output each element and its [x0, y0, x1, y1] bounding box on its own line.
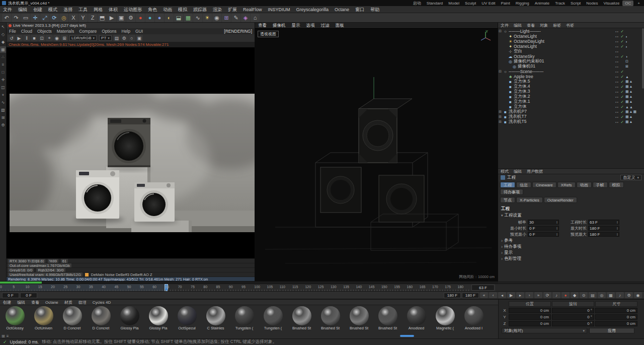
object-row[interactable]: ⊟ ○ --------Scene-------- •• ✓	[498, 69, 644, 74]
layout-tab[interactable]: Animate	[532, 1, 552, 6]
section-header[interactable]: 工程设置	[498, 213, 644, 219]
material-preview-sphere[interactable]	[63, 306, 82, 325]
sound-button[interactable]: ♪	[552, 292, 560, 298]
visibility-dots[interactable]: ••	[615, 120, 619, 124]
tag-icons[interactable]: ▦▲▦	[625, 110, 642, 114]
menu-item[interactable]: 渲染	[210, 6, 225, 13]
object-row[interactable]: ☀ OctaneDayLight •• ✓ ◗	[498, 39, 644, 44]
rectangle-select-icon[interactable]: ▭	[21, 14, 30, 22]
tag-icons[interactable]: ▦▲	[625, 95, 642, 99]
edges-mode-icon[interactable]: ≡	[0, 61, 6, 68]
spline-icon[interactable]: ∿	[193, 14, 202, 22]
visibility-dots[interactable]: ••	[615, 105, 619, 109]
scene-nodes-icon[interactable]: ⌂	[251, 14, 260, 22]
size-field[interactable]: 0 cm	[595, 321, 637, 326]
visibility-dots[interactable]: ••	[615, 95, 619, 99]
object-row[interactable]: ✦ OctaneLight •• ✓ ◗	[498, 34, 644, 39]
tag-icons[interactable]: ◗	[625, 40, 642, 43]
numeric-field[interactable]: 180 F	[588, 226, 619, 231]
position-field[interactable]: 0 cm	[509, 308, 551, 313]
cube-primitive-icon[interactable]: ▦	[184, 14, 193, 22]
attribute-tab[interactable]: 动画	[577, 182, 592, 188]
menu-item[interactable]: INSYDIUM	[265, 6, 293, 13]
rendered-image[interactable]	[7, 47, 255, 258]
frame-tick[interactable]: 150	[381, 285, 394, 291]
points-mode-icon[interactable]: ∴	[0, 54, 6, 60]
stepper-icon[interactable]	[556, 221, 557, 224]
live-viewer-menu-item[interactable]: Options	[99, 29, 119, 34]
autokey-button[interactable]: ⊙	[580, 292, 588, 298]
enable-check-icon[interactable]: ✓	[620, 29, 624, 34]
render-preview-icon[interactable]: ◉	[634, 292, 642, 298]
octane-material-icon[interactable]: ●	[145, 14, 154, 22]
visibility-dots[interactable]: ••	[615, 55, 619, 58]
frame-tick[interactable]: 25	[63, 285, 76, 291]
modes-settings-icon[interactable]: ⚙	[0, 122, 6, 128]
environment-icon[interactable]: ◐	[165, 14, 174, 22]
frame-tick[interactable]: 145	[369, 285, 381, 291]
material-preview-sphere[interactable]	[206, 306, 225, 325]
standard-material-icon[interactable]: ●	[155, 14, 164, 22]
layout-tab[interactable]: Paint	[498, 1, 512, 6]
frame-tick[interactable]: 20	[51, 285, 63, 291]
attribute-tab[interactable]: XRefs	[557, 182, 576, 188]
enable-check-icon[interactable]: ✓	[620, 44, 624, 49]
menu-item[interactable]: 动画	[160, 6, 175, 13]
visibility-dots[interactable]: ••	[615, 30, 619, 33]
animation-settings-icon[interactable]: ⚙	[625, 292, 633, 298]
resume-render-icon[interactable]: ▶	[16, 35, 23, 41]
make-editable-icon[interactable]: ◇	[0, 31, 6, 38]
attribute-tab[interactable]: 待办事项	[500, 189, 523, 195]
tag-icons[interactable]: ⊠	[625, 64, 642, 68]
timeline-scrub-area[interactable]: 0510152025303540455055606570758085909510…	[0, 284, 470, 291]
visibility-dots[interactable]: ••	[615, 40, 619, 43]
frame-tick[interactable]: 130	[331, 285, 343, 291]
material-item[interactable]: OctSpecul	[173, 306, 201, 330]
viewport-menu-item[interactable]: 选项	[303, 23, 318, 29]
visibility-dots[interactable]: ••	[615, 65, 619, 68]
frame-tick[interactable]: 40	[102, 285, 114, 291]
frame-tick[interactable]: 50	[127, 285, 140, 291]
tag-icons[interactable]: ▲▲	[625, 105, 642, 109]
material-preview-sphere[interactable]	[292, 306, 311, 325]
visibility-dots[interactable]: ••	[615, 45, 619, 48]
rotation-field[interactable]: 0 °	[552, 308, 594, 313]
tag-icons[interactable]: ▦▲	[625, 115, 642, 119]
numeric-field[interactable]: 0 F	[528, 232, 559, 237]
material-item[interactable]: OctGlossy	[1, 306, 29, 330]
object-manager-scrollbar[interactable]	[642, 28, 644, 89]
range-start-field[interactable]: 0 F	[2, 293, 19, 298]
attribute-tab[interactable]: OctaneRender	[544, 197, 577, 203]
object-manager-menu-item[interactable]: 查看	[524, 23, 537, 28]
material-picker-icon[interactable]: ◉	[53, 35, 60, 41]
menu-item[interactable]: 角色	[145, 6, 160, 13]
menu-item[interactable]: 模拟	[175, 6, 190, 13]
section-header[interactable]: 显示	[498, 250, 644, 256]
viewport-menu-item[interactable]: 摄像机	[270, 23, 289, 29]
range-end-field[interactable]: 180 F	[444, 293, 461, 298]
horizontal-scrollbar[interactable]	[400, 335, 414, 337]
material-preview-sphere[interactable]	[149, 306, 168, 325]
render-passes-icon[interactable]: ▤	[113, 35, 120, 41]
denoiser-icon[interactable]: ○	[128, 35, 135, 41]
material-preview-sphere[interactable]	[120, 306, 139, 325]
axis-mode-icon[interactable]: ✛	[0, 77, 6, 83]
visibility-dots[interactable]: ••	[615, 35, 619, 38]
menu-item[interactable]: 网格	[91, 6, 106, 13]
next-frame-button[interactable]: ▸	[516, 292, 524, 298]
tag-icons[interactable]: ▦▲	[625, 90, 642, 94]
frame-tick[interactable]: 35	[89, 285, 102, 291]
menu-item[interactable]: 编辑	[15, 6, 30, 13]
loop-mode-button[interactable]: ⟳	[543, 292, 551, 298]
attribute-menu-item[interactable]: 编辑	[511, 169, 524, 174]
menu-item[interactable]: 帮助	[367, 6, 382, 13]
kernel-settings-icon[interactable]: ⚙	[121, 35, 128, 41]
region-render-icon[interactable]: ⊡	[38, 35, 45, 41]
floor-icon[interactable]: ⬓	[174, 14, 183, 22]
live-viewer-menu-item[interactable]: Objects	[35, 29, 54, 34]
material-menu-item[interactable]: Cycles 4D	[90, 300, 114, 305]
range-end-field-2[interactable]: 180 F	[462, 293, 479, 298]
current-frame-field[interactable]: 63 F	[471, 285, 495, 291]
material-item[interactable]: Brushed St	[345, 306, 373, 330]
tag-icons[interactable]: ◗	[625, 35, 642, 38]
